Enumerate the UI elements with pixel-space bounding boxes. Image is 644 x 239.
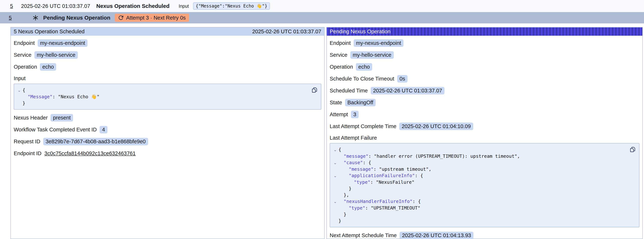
json-text: "type": "NexusFailure": [338, 179, 414, 186]
field-label: Last Attempt Failure: [330, 135, 640, 141]
value-chip: echo: [356, 63, 372, 71]
json-line: ⌄"cause": {: [332, 160, 626, 166]
json-line: ⌄{: [332, 146, 626, 153]
detail-row: Operationecho: [330, 63, 640, 71]
json-line: "message": "handler error (UPSTREAM_TIME…: [332, 153, 626, 160]
json-viewer: ⌄{"message": "handler error (UPSTREAM_TI…: [330, 143, 640, 227]
json-value: : "handler error (UPSTREAM_TIMEOUT): ups…: [368, 154, 520, 159]
json-value: : "upstream timeout",: [374, 166, 431, 172]
json-key: "Message": [28, 94, 52, 99]
json-text: }: [338, 218, 341, 224]
json-value: }: [338, 218, 341, 224]
json-key: "cause": [344, 160, 363, 165]
copy-button[interactable]: [311, 86, 318, 94]
event-history-view: 5 2025-02-26 UTC 01:03:37.07 Nexus Opera…: [0, 0, 644, 239]
json-text: "applicationFailureInfo": {: [338, 172, 423, 179]
json-key: "type": [354, 180, 370, 185]
field-label: Workflow Task Completed Event ID: [14, 127, 97, 133]
json-text: }: [22, 100, 25, 106]
json-value: }: [349, 186, 352, 191]
detail-row: Last Attempt Complete Time2025-02-26 UTC…: [330, 122, 640, 130]
detail-row: Schedule To Close Timeout0s: [330, 75, 640, 82]
pending-operation-title: Pending Nexus Operation: [43, 15, 110, 21]
field-label: Schedule To Close Timeout: [330, 76, 394, 82]
event-title: Nexus Operation Scheduled: [96, 3, 170, 9]
event-timestamp: 2025-02-26 UTC 01:03:37.07: [21, 3, 90, 9]
json-line: }: [16, 100, 308, 106]
value-chip: echo: [40, 63, 56, 71]
event-row-pending-nexus-operation[interactable]: 5 Pending Nexus Operation Attempt 3 · Ne…: [0, 12, 644, 24]
json-text: {: [338, 146, 341, 153]
value-chip: my-hello-service: [350, 51, 394, 59]
json-text: "Message": "Nexus Echo 👋": [22, 94, 100, 100]
json-text: "type": "UPSTREAM_TIMEOUT": [338, 205, 420, 211]
event-detail-panel-scheduled: 5 Nexus Operation Scheduled 2025-02-26 U…: [10, 27, 324, 239]
collapse-chevron-icon[interactable]: ⌄: [332, 172, 338, 179]
detail-row: Servicemy-hello-service: [14, 51, 321, 59]
json-line: },: [332, 192, 626, 198]
json-key: "type": [349, 205, 365, 211]
copy-button[interactable]: [629, 146, 636, 153]
json-value: : {: [412, 199, 421, 204]
json-text: },: [338, 192, 349, 198]
json-key: "message": [344, 154, 368, 159]
json-line: "message": "upstream timeout",: [332, 166, 626, 172]
json-value: : "Nexus Echo 👋": [52, 94, 100, 99]
value-chip: 2025-02-26 UTC 01:04:10.09: [399, 122, 473, 130]
json-line: "type": "UPSTREAM_TIMEOUT": [332, 205, 626, 211]
json-text: "nexusHandlerFailureInfo": {: [338, 198, 421, 204]
field-label: Next Attempt Schedule Time: [330, 232, 397, 238]
detail-row: StateBackingOff: [330, 99, 640, 106]
field-label: Request ID: [14, 138, 40, 144]
input-preview-chip: {"Message":"Nexus Echo 👋"}: [193, 2, 270, 10]
input-label: Input: [179, 4, 189, 9]
field-label: State: [330, 100, 342, 106]
collapse-chevron-icon[interactable]: ⌄: [332, 198, 338, 205]
collapse-chevron-icon[interactable]: ⌄: [332, 146, 338, 153]
json-value: },: [344, 192, 349, 198]
json-value: : "UPSTREAM_TIMEOUT": [365, 205, 420, 211]
detail-row: Endpointmy-nexus-endpoint: [330, 39, 640, 47]
json-text: "message": "handler error (UPSTREAM_TIME…: [338, 153, 520, 160]
detail-row: Scheduled Time2025-02-26 UTC 01:03:37.07: [330, 87, 640, 94]
event-id-link[interactable]: 5: [9, 15, 12, 21]
json-text: }: [338, 211, 346, 218]
json-value: : {: [363, 160, 371, 165]
pending-operation-panel: Pending Nexus Operation Endpointmy-nexus…: [326, 27, 643, 239]
field-label: Scheduled Time: [330, 88, 368, 94]
json-line: "type": "NexusFailure": [332, 179, 626, 186]
json-line: }: [332, 211, 626, 218]
attempt-retry-badge: Attempt 3 · Next Retry 0s: [115, 14, 189, 22]
json-value: {: [22, 88, 25, 93]
panel-body: Endpointmy-nexus-endpointServicemy-hello…: [327, 39, 642, 239]
panel-header: 5 Nexus Operation Scheduled 2025-02-26 U…: [11, 28, 324, 36]
event-id-link[interactable]: 5: [10, 3, 13, 9]
endpoint-id-link[interactable]: 3c0c75ccfa8144b092c13ce632463761: [44, 150, 136, 156]
value-chip: 3: [351, 111, 358, 118]
field-label: Service: [14, 52, 32, 58]
json-key: "applicationFailureInfo": [349, 173, 415, 178]
field-label: Attempt: [330, 112, 348, 118]
panel-timestamp: 2025-02-26 UTC 01:03:37.07: [252, 28, 321, 34]
value-chip: 4: [100, 126, 107, 134]
json-line: ⌄"nexusHandlerFailureInfo": {: [332, 198, 626, 205]
value-chip: 2025-02-26 UTC 01:04:13.93: [400, 232, 474, 239]
copy-icon: [312, 87, 318, 93]
panel-header-striped: Pending Nexus Operation: [327, 28, 642, 36]
json-text: }: [338, 186, 352, 192]
json-value: {: [338, 147, 341, 152]
json-key: "nexusHandlerFailureInfo": [344, 199, 412, 204]
detail-row: Workflow Task Completed Event ID4: [14, 126, 321, 134]
collapse-chevron-icon[interactable]: ⌄: [332, 160, 338, 166]
json-viewer: ⌄{"Message": "Nexus Echo 👋"}: [14, 84, 321, 110]
event-row-nexus-operation-scheduled[interactable]: 5 2025-02-26 UTC 01:03:37.07 Nexus Opera…: [0, 0, 644, 12]
value-chip: 0s: [397, 75, 408, 82]
panel-title: Pending Nexus Operation: [330, 28, 390, 34]
json-line: ⌄{: [16, 87, 308, 94]
attempt-retry-text: Attempt 3 · Next Retry 0s: [126, 15, 186, 21]
detail-row: Next Attempt Schedule Time2025-02-26 UTC…: [330, 232, 640, 239]
value-chip: present: [50, 114, 73, 122]
json-text: "message": "upstream timeout",: [338, 166, 432, 172]
collapse-chevron-icon[interactable]: ⌄: [16, 87, 22, 94]
detail-row: Servicemy-hello-service: [330, 51, 640, 59]
